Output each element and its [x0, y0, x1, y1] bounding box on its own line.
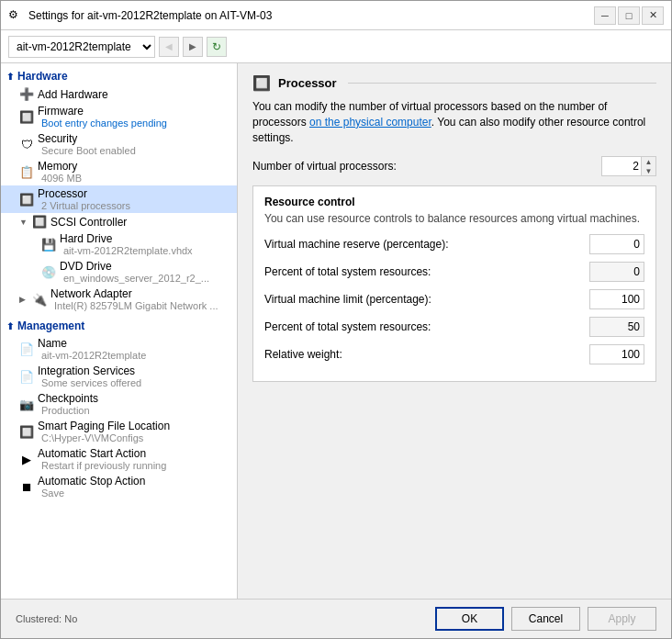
auto-stop-row[interactable]: ⏹ Automatic Stop Action Save	[1, 473, 237, 500]
network-adapter-row[interactable]: ▶ 🔌 Network Adapter Intel(R) 82579LM Gig…	[1, 286, 237, 313]
memory-item: 📋 Memory 4096 MB	[1, 158, 237, 185]
num-processors-input[interactable]	[602, 157, 641, 175]
checkpoints-icon: 📷	[19, 398, 34, 411]
processor-icon: 🔲	[19, 193, 34, 207]
name-icon: 📄	[19, 342, 34, 356]
dvd-drive-item: 💿 DVD Drive en_windows_server_2012_r2_..…	[1, 258, 237, 286]
title-controls: ─ □ ✕	[594, 6, 664, 25]
apply-button[interactable]: Apply	[588, 607, 656, 631]
auto-stop-label: Automatic Stop Action	[38, 475, 145, 488]
footer-status: Clustered: No	[16, 613, 428, 624]
panel-title-row: 🔲 Processor	[252, 74, 656, 92]
smart-paging-row[interactable]: 🔲 Smart Paging File Location C:\Hyper-V\…	[1, 418, 237, 445]
maximize-button[interactable]: □	[618, 6, 640, 25]
security-label: Security	[38, 132, 136, 145]
scsi-controller-item: ▼ 🔲 SCSI Controller	[1, 213, 237, 230]
pct-total-1-label: Percent of total system resources:	[264, 265, 589, 278]
vm-selector[interactable]: ait-vm-2012R2template	[8, 36, 155, 58]
firmware-row[interactable]: 🔲 Firmware Boot entry changes pending	[1, 103, 237, 130]
integration-sub: Some services offered	[38, 377, 141, 388]
num-processors-label: Number of virtual processors:	[252, 160, 601, 173]
close-button[interactable]: ✕	[642, 6, 664, 25]
integration-services-row[interactable]: 📄 Integration Services Some services off…	[1, 363, 237, 390]
vm-reserve-input[interactable]	[589, 234, 644, 254]
description-link[interactable]: on the physical computer	[309, 116, 431, 129]
spinbox-arrows: ▲ ▼	[641, 157, 655, 175]
spin-down-button[interactable]: ▼	[642, 166, 655, 175]
processor-sub: 2 Virtual processors	[38, 200, 130, 211]
memory-row[interactable]: 📋 Memory 4096 MB	[1, 158, 237, 185]
vm-reserve-row: Virtual machine reserve (percentage):	[264, 234, 644, 254]
processor-label: Processor	[38, 187, 130, 200]
firmware-item: 🔲 Firmware Boot entry changes pending	[1, 103, 237, 130]
firmware-icon: 🔲	[19, 110, 34, 124]
dvd-label: DVD Drive	[60, 260, 209, 273]
resource-section: Resource control You can use resource co…	[252, 185, 656, 382]
ok-button[interactable]: OK	[435, 607, 504, 631]
smart-paging-item: 🔲 Smart Paging File Location C:\Hyper-V\…	[1, 418, 237, 445]
toolbar: ait-vm-2012R2template ◀ ▶ ↻	[1, 30, 671, 63]
management-expand-icon: ⬆	[6, 321, 14, 331]
firmware-label: Firmware	[38, 105, 167, 118]
dvd-sub: en_windows_server_2012_r2_...	[60, 273, 209, 284]
name-item: 📄 Name ait-vm-2012R2template	[1, 335, 237, 363]
dvd-drive-row[interactable]: 💿 DVD Drive en_windows_server_2012_r2_..…	[1, 258, 237, 286]
management-section-header[interactable]: ⬆ Management	[1, 317, 237, 335]
hardware-section-header[interactable]: ⬆ Hardware	[1, 67, 237, 85]
smart-paging-sub: C:\Hyper-V\VMConfigs	[38, 432, 170, 443]
pct-total-2-input	[589, 317, 644, 337]
smart-paging-label: Smart Paging File Location	[38, 420, 170, 432]
auto-stop-item: ⏹ Automatic Stop Action Save	[1, 473, 237, 500]
network-icon: 🔌	[32, 293, 47, 307]
add-hardware-row[interactable]: ➕ Add Hardware	[1, 85, 237, 103]
title-bar: ⚙ Settings for ait-vm-2012R2template on …	[1, 1, 671, 30]
resource-desc: You can use resource controls to balance…	[264, 212, 644, 225]
auto-start-sub: Restart if previously running	[38, 460, 166, 471]
firmware-sub: Boot entry changes pending	[38, 118, 167, 129]
scsi-controller-row[interactable]: ▼ 🔲 SCSI Controller	[1, 213, 237, 230]
hard-drive-item: 💾 Hard Drive ait-vm-2012R2template.vhdx	[1, 230, 237, 258]
pct-total-2-row: Percent of total system resources:	[264, 317, 644, 337]
vm-reserve-label: Virtual machine reserve (percentage):	[264, 238, 589, 251]
integration-icon: 📄	[19, 370, 34, 384]
security-row[interactable]: 🛡 Security Secure Boot enabled	[1, 130, 237, 158]
integration-label: Integration Services	[38, 364, 141, 377]
auto-start-row[interactable]: ▶ Automatic Start Action Restart if prev…	[1, 445, 237, 473]
processor-row[interactable]: 🔲 Processor 2 Virtual processors	[1, 185, 237, 213]
num-processors-spinbox[interactable]: ▲ ▼	[601, 156, 656, 176]
checkpoints-row[interactable]: 📷 Checkpoints Production	[1, 390, 237, 418]
pct-total-1-row: Percent of total system resources:	[264, 262, 644, 282]
security-item: 🛡 Security Secure Boot enabled	[1, 130, 237, 158]
hardware-section-label: Hardware	[17, 70, 68, 83]
scsi-expand-icon: ▼	[19, 218, 28, 227]
integration-services-item: 📄 Integration Services Some services off…	[1, 363, 237, 390]
forward-button[interactable]: ▶	[183, 37, 203, 57]
name-row[interactable]: 📄 Name ait-vm-2012R2template	[1, 335, 237, 363]
security-icon: 🛡	[19, 138, 34, 151]
num-processors-row: Number of virtual processors: ▲ ▼	[252, 156, 656, 176]
hard-drive-row[interactable]: 💾 Hard Drive ait-vm-2012R2template.vhdx	[1, 230, 237, 258]
memory-label: Memory	[38, 160, 82, 173]
hard-drive-icon: 💾	[41, 238, 56, 252]
cancel-button[interactable]: Cancel	[511, 607, 580, 631]
content-area: ⬆ Hardware ➕ Add Hardware 🔲 Firmware Boo…	[1, 63, 671, 599]
main-panel: 🔲 Processor You can modify the number of…	[238, 63, 671, 599]
auto-stop-sub: Save	[38, 488, 145, 499]
spin-up-button[interactable]: ▲	[642, 157, 655, 166]
back-button[interactable]: ◀	[159, 37, 179, 57]
minimize-button[interactable]: ─	[594, 6, 616, 25]
add-hardware-label: Add Hardware	[38, 88, 108, 101]
refresh-button[interactable]: ↻	[207, 37, 227, 57]
back-icon: ◀	[165, 41, 173, 51]
sidebar: ⬆ Hardware ➕ Add Hardware 🔲 Firmware Boo…	[1, 63, 238, 599]
processor-panel-icon: 🔲	[252, 74, 271, 92]
auto-start-item: ▶ Automatic Start Action Restart if prev…	[1, 445, 237, 473]
vm-limit-input[interactable]	[589, 289, 644, 309]
relative-weight-row: Relative weight:	[264, 344, 644, 364]
network-adapter-item: ▶ 🔌 Network Adapter Intel(R) 82579LM Gig…	[1, 286, 237, 313]
checkpoints-item: 📷 Checkpoints Production	[1, 390, 237, 418]
checkpoints-label: Checkpoints	[38, 392, 98, 405]
memory-icon: 📋	[19, 165, 34, 179]
processor-description: You can modify the number of virtual pro…	[252, 99, 656, 145]
relative-weight-input[interactable]	[589, 344, 644, 364]
